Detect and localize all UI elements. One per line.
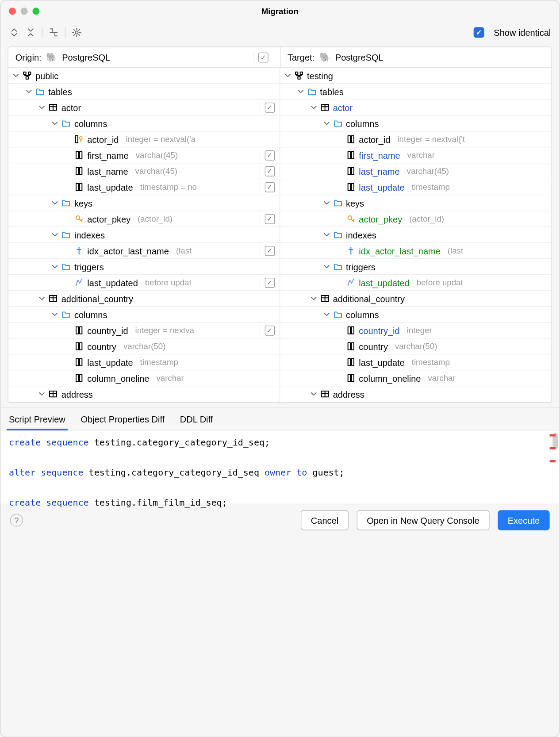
tree-item-label: additional_country — [333, 293, 405, 303]
chevron-down-icon[interactable] — [52, 264, 58, 269]
show-identical-checkbox[interactable]: ✓ — [474, 27, 484, 38]
tree-row-origin[interactable]: idx_actor_last_name (last — [8, 243, 280, 259]
tree-row-origin[interactable]: public — [8, 68, 280, 84]
script-preview-editor[interactable]: create sequence testing.category_categor… — [0, 430, 559, 503]
tree-row-target[interactable]: idx_actor_last_name (last — [280, 243, 552, 259]
chevron-down-icon[interactable] — [323, 120, 329, 126]
row-checkbox[interactable] — [265, 182, 275, 192]
tree-row-origin[interactable]: actor — [8, 100, 280, 115]
tree-row-target[interactable]: country varchar(50) — [280, 338, 552, 354]
tree-row-target[interactable]: indexes — [280, 227, 552, 243]
chevron-down-icon[interactable] — [311, 391, 316, 397]
tree-row-origin[interactable]: actor_pkey (actor_id) — [8, 211, 280, 227]
chevron-down-icon[interactable] — [284, 73, 290, 78]
tree-item-type: before updat — [145, 278, 192, 287]
tree-row-origin[interactable]: triggers — [8, 259, 280, 275]
tree-row-target[interactable]: triggers — [280, 259, 552, 275]
chevron-down-icon[interactable] — [52, 232, 58, 238]
tree-row-target[interactable]: actor_id integer = nextval('t — [280, 131, 552, 147]
tree-item-label: address — [333, 389, 364, 399]
chevron-down-icon[interactable] — [323, 264, 329, 269]
window-close-icon[interactable] — [9, 8, 16, 15]
chevron-down-icon[interactable] — [323, 232, 329, 238]
tree-row-origin[interactable]: additional_country — [8, 291, 280, 307]
tree-row-target[interactable]: actor_pkey (actor_id) — [280, 211, 552, 227]
tree-row-target[interactable]: last_updated before updat — [280, 275, 552, 291]
tree-row-origin[interactable]: tables — [8, 84, 280, 100]
tree-row-origin[interactable]: actor_id integer = nextval('a — [8, 131, 280, 147]
tree-row-origin[interactable]: country_id integer = nextva — [8, 322, 280, 338]
tree-row-origin[interactable]: column_oneline varchar — [8, 370, 280, 386]
chevron-down-icon[interactable] — [311, 296, 316, 301]
chevron-down-icon[interactable] — [323, 200, 329, 206]
row-checkbox[interactable] — [265, 166, 275, 176]
tree-row-target[interactable]: columns — [280, 307, 552, 322]
tree-row-target[interactable]: additional_country — [280, 291, 552, 307]
chevron-down-icon[interactable] — [39, 296, 45, 301]
tree-row-target[interactable]: tables — [280, 84, 552, 100]
tree-row-origin[interactable]: indexes — [8, 227, 280, 243]
code-line: create sequence testing.category_categor… — [9, 435, 551, 450]
col-icon — [74, 150, 84, 160]
row-checkbox[interactable] — [265, 277, 275, 288]
folder-icon — [333, 262, 342, 271]
help-icon[interactable]: ? — [10, 514, 23, 526]
tree-row-origin[interactable]: columns — [8, 307, 280, 322]
col-icon — [346, 134, 355, 144]
chevron-down-icon[interactable] — [52, 200, 58, 206]
col-icon — [346, 182, 355, 192]
window-minimize-icon[interactable] — [21, 8, 28, 15]
tree-row-target[interactable]: testing — [280, 68, 552, 84]
chevron-down-icon[interactable] — [52, 311, 58, 317]
row-checkbox[interactable] — [265, 214, 275, 224]
tree-row-origin[interactable]: last_name varchar(45) — [8, 163, 280, 179]
folder-icon — [61, 310, 71, 319]
tree-row-origin[interactable]: address — [8, 386, 280, 402]
tree-row-origin[interactable]: country varchar(50) — [8, 338, 280, 354]
tree-row-target[interactable]: first_name varchar — [280, 147, 552, 163]
window-zoom-icon[interactable] — [32, 8, 39, 15]
tree-row-target[interactable]: actor — [280, 100, 552, 115]
tab-script-preview[interactable]: Script Preview — [9, 414, 65, 430]
execute-button[interactable]: Execute — [498, 510, 550, 530]
chevron-down-icon[interactable] — [13, 73, 19, 78]
chevron-down-icon[interactable] — [323, 311, 329, 317]
chevron-down-icon[interactable] — [52, 120, 58, 126]
chevron-down-icon[interactable] — [311, 104, 316, 110]
tree-row-origin[interactable]: keys — [8, 195, 280, 211]
table-icon — [48, 389, 58, 399]
schema-icon — [294, 71, 303, 80]
open-console-button[interactable]: Open in New Query Console — [357, 510, 489, 530]
chevron-down-icon[interactable] — [26, 88, 32, 94]
tab-object-properties-diff[interactable]: Object Properties Diff — [81, 414, 165, 430]
diff-icon[interactable] — [48, 27, 59, 38]
tree-row-target[interactable]: last_name varchar(45) — [280, 163, 552, 179]
tree-row-origin[interactable]: last_update timestamp = no — [8, 179, 280, 195]
row-checkbox[interactable] — [265, 325, 275, 335]
cancel-button[interactable]: Cancel — [301, 510, 349, 530]
tree-row-target[interactable]: last_update timestamp — [280, 354, 552, 370]
gear-icon[interactable] — [71, 27, 82, 38]
tree-row-target[interactable]: column_oneline varchar — [280, 370, 552, 386]
index-icon — [74, 246, 84, 255]
tree-row-target[interactable]: keys — [280, 195, 552, 211]
chevron-down-icon[interactable] — [298, 88, 303, 94]
expand-icon[interactable] — [9, 27, 19, 38]
row-checkbox[interactable] — [265, 102, 275, 112]
collapse-icon[interactable] — [25, 27, 36, 38]
tree-row-origin[interactable]: last_update timestamp — [8, 354, 280, 370]
tree-row-target[interactable]: last_update timestamp — [280, 179, 552, 195]
tree-row-origin[interactable]: first_name varchar(45) — [8, 147, 280, 163]
row-checkbox[interactable] — [265, 150, 275, 160]
chevron-down-icon[interactable] — [39, 104, 45, 110]
row-checkbox[interactable] — [265, 246, 275, 256]
tree-item-label: keys — [346, 198, 364, 208]
tab-ddl-diff[interactable]: DDL Diff — [180, 414, 213, 430]
tree-row-target[interactable]: country_id integer — [280, 322, 552, 338]
tree-row-target[interactable]: address — [280, 386, 552, 402]
origin-check-all[interactable] — [258, 52, 268, 62]
tree-row-origin[interactable]: last_updated before updat — [8, 275, 280, 291]
tree-row-origin[interactable]: columns — [8, 115, 280, 131]
chevron-down-icon[interactable] — [39, 391, 45, 397]
tree-row-target[interactable]: columns — [280, 115, 552, 131]
